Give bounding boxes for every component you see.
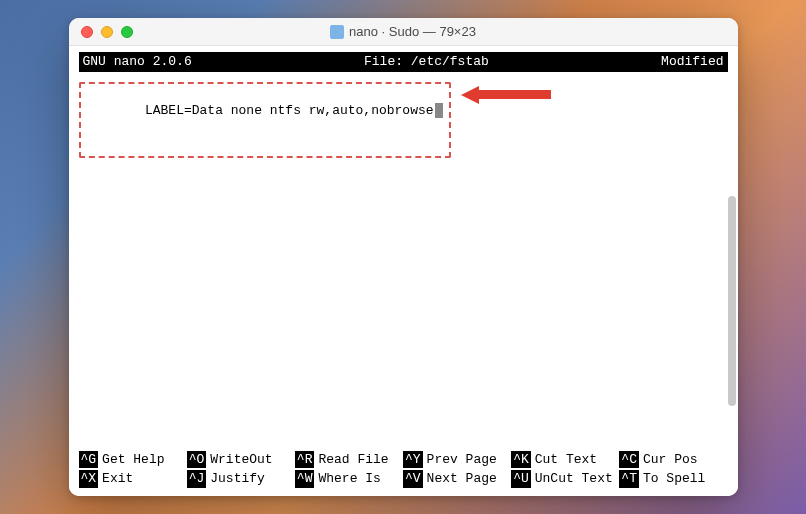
arrow-shaft: [479, 90, 551, 99]
nano-status: Modified: [661, 53, 723, 71]
document-icon: [330, 25, 344, 39]
editor-body[interactable]: LABEL=Data none ntfs rw,auto,nobrowse: [79, 72, 728, 449]
shortcut-writeout: ^OWriteOut: [187, 451, 295, 469]
shortcut-prev-page: ^YPrev Page: [403, 451, 511, 469]
zoom-icon[interactable]: [121, 26, 133, 38]
shortcut-justify: ^JJustify: [187, 470, 295, 488]
text-cursor: [435, 103, 443, 118]
window-title-text: nano · Sudo — 79×23: [349, 24, 476, 39]
shortcut-row-2: ^XExit ^JJustify ^WWhere Is ^VNext Page …: [79, 468, 728, 488]
terminal-window: nano · Sudo — 79×23 GNU nano 2.0.6 File:…: [69, 18, 738, 496]
annotation-highlight: LABEL=Data none ntfs rw,auto,nobrowse: [79, 82, 451, 158]
shortcut-get-help: ^GGet Help: [79, 451, 187, 469]
annotation-arrow: [461, 86, 551, 104]
shortcut-cut-text: ^KCut Text: [511, 451, 619, 469]
shortcut-where-is: ^WWhere Is: [295, 470, 403, 488]
file-content-line[interactable]: LABEL=Data none ntfs rw,auto,nobrowse: [145, 103, 434, 118]
titlebar[interactable]: nano · Sudo — 79×23: [69, 18, 738, 46]
traffic-lights: [81, 26, 133, 38]
nano-header: GNU nano 2.0.6 File: /etc/fstab Modified: [79, 52, 728, 72]
shortcut-row-1: ^GGet Help ^OWriteOut ^RRead File ^YPrev…: [79, 449, 728, 469]
shortcut-next-page: ^VNext Page: [403, 470, 511, 488]
shortcut-uncut-text: ^UUnCut Text: [511, 470, 619, 488]
window-title: nano · Sudo — 79×23: [69, 24, 738, 39]
nano-file-label: File: /etc/fstab: [192, 53, 661, 71]
shortcut-to-spell: ^TTo Spell: [619, 470, 727, 488]
shortcut-exit: ^XExit: [79, 470, 187, 488]
minimize-icon[interactable]: [101, 26, 113, 38]
arrow-left-icon: [461, 86, 479, 104]
close-icon[interactable]: [81, 26, 93, 38]
terminal-content[interactable]: GNU nano 2.0.6 File: /etc/fstab Modified…: [69, 46, 738, 496]
scrollbar[interactable]: [728, 196, 736, 406]
nano-version: GNU nano 2.0.6: [83, 53, 192, 71]
shortcut-read-file: ^RRead File: [295, 451, 403, 469]
shortcut-cur-pos: ^CCur Pos: [619, 451, 727, 469]
